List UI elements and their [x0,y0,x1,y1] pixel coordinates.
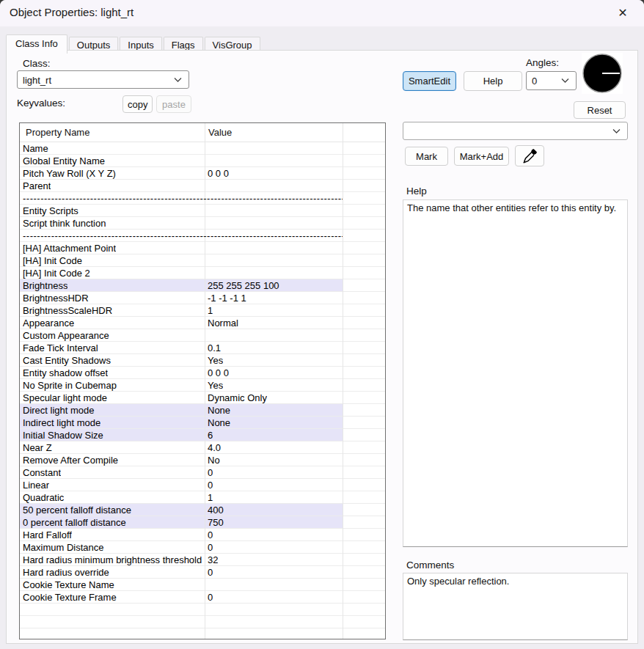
chevron-down-icon [612,128,621,133]
table-row[interactable]: Entity Scripts [20,205,385,217]
property-value-cell: 0 [208,567,213,578]
table-row[interactable]: Hard Falloff0 [20,529,385,541]
table-row[interactable]: [HA] Init Code 2 [20,267,385,279]
table-row[interactable]: Pitch Yaw Roll (X Y Z)0 0 0 [20,167,385,180]
property-name-cell: Custom Appearance [23,330,109,341]
table-row[interactable]: 50 percent falloff distance400 [20,504,385,516]
property-name-cell: Cast Entity Shadows [23,355,111,366]
table-row[interactable]: Indirect light modeNone [20,417,385,429]
property-name-cell: ----------------------------------------… [23,230,343,241]
table-row[interactable]: Linear0 [20,479,385,491]
property-name-cell: Hard radius minimum brightness threshold [23,554,202,565]
table-row[interactable]: Near Z4.0 [20,441,385,454]
property-name-cell: [HA] Attachment Point [23,243,116,254]
table-row[interactable]: [HA] Init Code [20,254,385,267]
property-name-cell: No Sprite in Cubemap [23,380,117,391]
property-value-cell: 750 [208,517,224,528]
class-combobox[interactable]: light_rt [17,70,189,89]
property-name-cell: Indirect light mode [23,417,100,428]
eyedropper-button[interactable] [515,145,544,166]
class-combobox-value: light_rt [23,74,51,85]
property-value-cell: None [208,405,230,416]
property-value-cell: -1 -1 -1 1 [208,293,246,304]
class-label: Class: [23,58,51,69]
table-row[interactable]: Specular light modeDynamic Only [20,392,385,404]
property-value-cell: 4.0 [208,442,221,453]
property-name-cell: BrightnessHDR [23,293,89,304]
property-name-cell: Linear [23,480,49,491]
table-row[interactable]: Initial Shadow Size6 [20,429,385,441]
property-value-cell: 0 0 0 [208,367,229,378]
property-name-cell: Cookie Texture Name [23,579,114,590]
table-row[interactable]: BrightnessScaleHDR1 [20,304,385,317]
paste-button[interactable]: paste [156,95,191,113]
table-row[interactable] [20,628,385,639]
property-name-cell: 0 percent falloff distance [23,517,126,528]
smartedit-button[interactable]: SmartEdit [403,71,456,91]
property-value-cell: 0 [208,467,213,478]
property-name-cell: Quadratic [23,492,64,503]
property-name-cell: Name [23,143,48,154]
property-value-cell: No [208,455,220,466]
table-row[interactable]: AppearanceNormal [20,317,385,329]
property-name-cell: Direct light mode [23,405,95,416]
title-bar: Object Properties: light_rt ✕ [0,0,644,26]
table-row[interactable]: Global Entity Name [20,155,385,167]
table-row[interactable]: Cookie Texture Name [20,579,385,591]
keyvalue-combobox[interactable] [403,122,628,140]
angle-dial-icon [582,53,623,94]
tab-class-info[interactable]: Class Info [6,34,67,54]
table-separator-row[interactable]: ----------------------------------------… [20,230,385,242]
table-row[interactable]: Hard radius override0 [20,566,385,579]
table-row[interactable]: Custom Appearance [20,329,385,342]
object-properties-dialog: Object Properties: light_rt ✕ Class Info… [0,0,644,649]
table-row[interactable]: Brightness255 255 255 100 [20,279,385,292]
table-row[interactable]: Hard radius minimum brightness threshold… [20,554,385,566]
property-name-cell: [HA] Init Code 2 [23,268,90,279]
help-button[interactable]: Help [464,71,522,91]
table-row[interactable]: Direct light modeNone [20,404,385,417]
table-row[interactable]: Fade Tick Interval0.1 [20,342,385,354]
angle-dial[interactable] [582,53,623,94]
table-row[interactable]: Script think function [20,217,385,230]
eyedropper-icon [522,148,538,164]
table-row[interactable]: 0 percent falloff distance750 [20,516,385,529]
help-text: The name that other entities refer to th… [407,202,616,213]
angles-combobox[interactable]: 0 [526,71,577,90]
table-row[interactable]: Constant0 [20,466,385,479]
table-row[interactable]: Cast Entity ShadowsYes [20,354,385,367]
table-row[interactable]: No Sprite in CubemapYes [20,379,385,392]
help-text-box[interactable]: The name that other entities refer to th… [403,199,628,547]
table-row[interactable] [20,604,385,616]
mark-button[interactable]: Mark [405,147,448,166]
property-name-cell: Parent [23,180,51,191]
close-icon[interactable]: ✕ [609,3,637,23]
header-property-name: Property Name [26,127,89,138]
copy-button[interactable]: copy [122,95,153,113]
property-table[interactable]: Property Name Value NameGlobal Entity Na… [19,122,386,639]
mark-add-button[interactable]: Mark+Add [454,147,509,166]
table-row[interactable] [20,616,385,628]
property-value-cell: 0 [208,529,213,540]
chevron-down-icon [174,77,182,82]
window-title: Object Properties: light_rt [10,6,133,18]
table-row[interactable]: Parent [20,180,385,192]
table-row[interactable]: [HA] Attachment Point [20,242,385,254]
chevron-down-icon [561,78,569,84]
table-row[interactable]: Cookie Texture Frame0 [20,591,385,604]
comments-label: Comments [406,560,454,571]
table-row[interactable]: Remove After CompileNo [20,454,385,466]
table-row[interactable]: Quadratic1 [20,491,385,504]
property-value-cell: 6 [208,430,213,441]
table-row[interactable]: Entity shadow offset0 0 0 [20,367,385,379]
property-name-cell: Appearance [23,318,74,329]
table-row[interactable]: BrightnessHDR-1 -1 -1 1 [20,292,385,304]
property-value-cell: Yes [208,355,223,366]
property-value-cell: 0 [208,542,213,553]
reset-button[interactable]: Reset [574,101,626,119]
table-row[interactable]: Name [20,142,385,155]
table-row[interactable]: Maximum Distance0 [20,541,385,554]
table-separator-row[interactable]: ----------------------------------------… [20,192,385,205]
property-value-cell: 1 [208,305,213,316]
comments-text-box[interactable]: Only specular reflection. [403,573,628,640]
